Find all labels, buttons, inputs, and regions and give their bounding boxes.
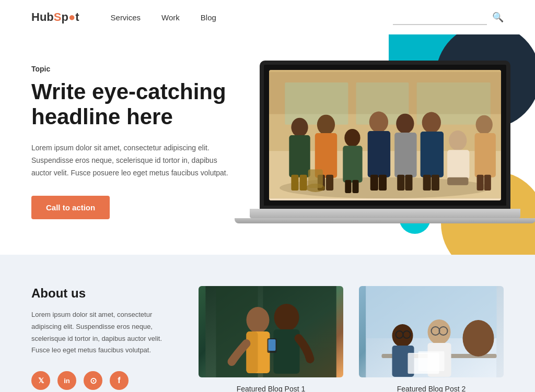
- linkedin-symbol: in: [64, 377, 70, 385]
- blog-post-2-image: [359, 286, 504, 377]
- svg-rect-20: [367, 131, 390, 177]
- laptop-bottom: [235, 218, 535, 223]
- nav-services[interactable]: Services: [111, 13, 141, 22]
- blog-post-2: Featured Blog Post 2: [359, 286, 504, 392]
- instagram-symbol: ⊙: [90, 376, 97, 386]
- svg-rect-30: [432, 175, 439, 191]
- svg-rect-35: [474, 133, 495, 177]
- svg-point-44: [247, 307, 270, 333]
- svg-rect-33: [447, 177, 468, 185]
- blog-post-1-image: [199, 286, 343, 377]
- header: HubSp●t Services Work Blog 🔍: [0, 0, 535, 34]
- laptop: [260, 61, 510, 223]
- svg-rect-24: [394, 133, 416, 177]
- twitter-icon[interactable]: 𝕏: [31, 371, 50, 390]
- social-icons: 𝕏 in ⊙ f: [31, 371, 178, 390]
- blog-post-2-caption: Featured Blog Post 2: [397, 385, 466, 392]
- search-icon: 🔍: [492, 12, 504, 22]
- hero-image-area: [244, 61, 510, 223]
- svg-point-19: [369, 112, 388, 133]
- blog-post-1-caption: Featured Blog Post 1: [237, 385, 306, 392]
- nav-blog[interactable]: Blog: [201, 13, 216, 22]
- svg-rect-50: [269, 339, 276, 351]
- hero-content: Topic Write eye-catching headline here L…: [31, 65, 244, 220]
- about-section: About us Lorem ipsum dolor sit amet, con…: [0, 255, 535, 392]
- logo: HubSp●t: [31, 10, 79, 24]
- blog-post-1: Featured Blog Post 1: [199, 286, 343, 392]
- svg-point-23: [396, 114, 414, 134]
- linkedin-icon[interactable]: in: [57, 371, 76, 390]
- blog-posts: Featured Blog Post 1: [199, 286, 504, 392]
- svg-rect-18: [352, 180, 358, 193]
- search-container: 🔍: [393, 9, 504, 25]
- svg-rect-26: [405, 175, 412, 191]
- svg-point-27: [422, 112, 440, 133]
- hero-headline: Write eye-catching headline here: [31, 79, 244, 130]
- hero-topic: Topic: [31, 65, 244, 73]
- svg-rect-67: [418, 351, 445, 371]
- svg-rect-10: [299, 175, 307, 191]
- laptop-screen-inner: [269, 70, 501, 200]
- svg-rect-37: [484, 175, 491, 191]
- svg-rect-39: [308, 170, 322, 188]
- cta-button[interactable]: Call to action: [31, 196, 110, 219]
- svg-rect-17: [345, 180, 351, 193]
- laptop-base: [250, 209, 520, 218]
- blog-post-2-photo: [359, 286, 504, 377]
- about-left: About us Lorem ipsum dolor sit amet, con…: [31, 286, 178, 390]
- svg-rect-8: [289, 135, 310, 177]
- svg-rect-9: [291, 175, 298, 191]
- svg-rect-36: [476, 175, 483, 191]
- post2-svg: [359, 286, 504, 377]
- laptop-screen: [260, 61, 510, 210]
- instagram-icon[interactable]: ⊙: [84, 371, 102, 390]
- svg-point-65: [463, 320, 494, 357]
- svg-point-47: [274, 304, 299, 331]
- svg-rect-28: [420, 132, 443, 177]
- hero-body: Lorem ipsum dolor sit amet, consectetur …: [31, 142, 230, 179]
- svg-point-15: [344, 129, 360, 147]
- svg-rect-32: [447, 150, 469, 179]
- svg-point-31: [449, 130, 467, 150]
- nav-work[interactable]: Work: [161, 13, 180, 22]
- svg-rect-3: [285, 82, 348, 125]
- svg-rect-29: [423, 175, 431, 191]
- svg-point-34: [475, 115, 492, 134]
- search-input[interactable]: [393, 9, 487, 25]
- svg-rect-22: [379, 175, 387, 191]
- hero-section: Topic Write eye-catching headline here L…: [0, 34, 535, 255]
- main-nav: Services Work Blog: [111, 13, 216, 22]
- group-photo-svg: [269, 70, 501, 200]
- svg-rect-14: [326, 175, 333, 191]
- twitter-symbol: 𝕏: [38, 376, 44, 385]
- blog-post-1-photo: [199, 286, 343, 377]
- svg-rect-16: [343, 146, 362, 183]
- facebook-icon[interactable]: f: [110, 371, 129, 390]
- search-button[interactable]: 🔍: [492, 11, 504, 23]
- about-title: About us: [31, 286, 178, 301]
- facebook-symbol: f: [118, 376, 120, 385]
- svg-rect-21: [370, 175, 378, 191]
- svg-point-7: [291, 118, 308, 137]
- post1-svg: [199, 286, 343, 377]
- svg-point-11: [317, 115, 335, 135]
- svg-rect-46: [247, 331, 258, 373]
- about-body: Lorem ipsum dolor sit amet, consectetur …: [31, 309, 178, 357]
- svg-rect-25: [397, 175, 404, 191]
